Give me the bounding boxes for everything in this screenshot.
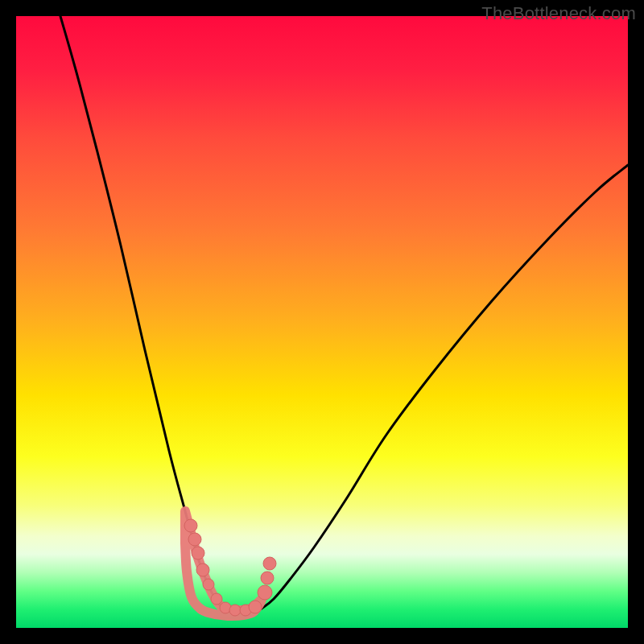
marker-dot [203,579,214,590]
marker-dot [192,547,204,559]
marker-dot [261,572,274,584]
marker-dot [184,519,197,532]
marker-dot [249,601,262,613]
watermark-text: TheBottleneck.com [481,3,636,24]
marker-dot [211,593,222,605]
marker-dot [188,533,201,546]
marker-dot [263,557,276,570]
marker-dot [229,605,241,616]
marker-dot [196,564,209,576]
chart-svg [16,16,628,628]
chart-frame [16,16,628,628]
marker-dot [258,585,272,600]
